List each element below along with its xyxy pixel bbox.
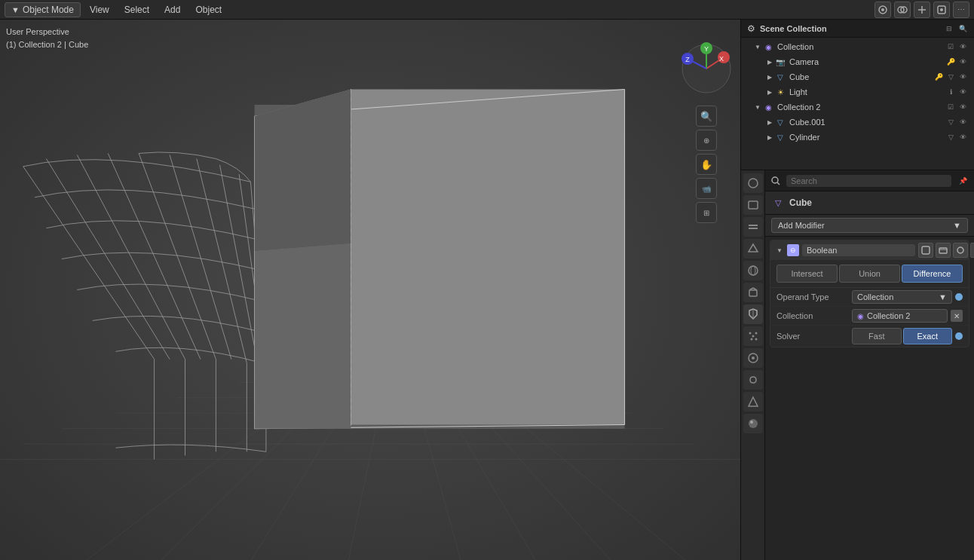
operand-type-dropdown[interactable]: Collection ▼	[852, 290, 952, 304]
expand-arrow[interactable]: ▶	[765, 133, 774, 142]
outliner-actions: ⊟ 🔍	[944, 23, 968, 34]
tree-item-collection2[interactable]: ▼ ◉ Collection 2 ☑ 👁	[741, 99, 974, 115]
modifier-viewport-icon[interactable]	[936, 243, 951, 258]
properties-panel: 📌 ▽ Cube Add Modifier ▼	[741, 170, 974, 560]
modifier-dropdown-icon[interactable]: ▼	[970, 243, 974, 258]
svg-marker-67	[749, 244, 758, 252]
menu-select[interactable]: Select	[118, 3, 155, 17]
properties-search-bar: 📌	[765, 170, 974, 191]
svg-marker-51	[255, 90, 351, 252]
collection2-eye-icon[interactable]: 👁	[957, 102, 968, 112]
viewport-3d[interactable]: User Perspective (1) Collection 2 | Cube	[0, 20, 740, 560]
cube001-filter-icon[interactable]: ▽	[945, 117, 956, 127]
pan-button[interactable]: ✋	[696, 154, 717, 175]
modifier-name-input[interactable]	[802, 244, 915, 256]
mesh-icon: ▽	[774, 71, 786, 83]
pin-icon[interactable]: 📌	[957, 176, 968, 186]
zoom-out-button[interactable]: ⊕	[696, 130, 717, 151]
more-options-icon[interactable]: ⋯	[953, 2, 969, 18]
modifier-expand-arrow[interactable]: ▼	[775, 246, 784, 255]
gizmo-icon[interactable]	[914, 2, 930, 18]
mode-icon: ▼	[11, 5, 20, 14]
tab-data[interactable]	[743, 392, 763, 412]
tree-item-cube001[interactable]: ▶ ▽ Cube.001 ▽ 👁	[741, 115, 974, 130]
cube-eye-icon[interactable]: 👁	[957, 72, 968, 82]
camera-button[interactable]: 📹	[696, 178, 717, 199]
camera-eye-icon[interactable]: 👁	[957, 57, 968, 67]
tree-item-light[interactable]: ▶ ☀ Light ℹ 👁	[741, 84, 974, 99]
tab-material[interactable]	[743, 414, 763, 433]
camera-key-icon[interactable]: 🔑	[945, 57, 956, 67]
tab-object[interactable]	[743, 283, 763, 302]
tree-item-cylinder[interactable]: ▶ ▽ Cylinder ▽ 👁	[741, 130, 974, 145]
menu-add[interactable]: Add	[158, 3, 186, 17]
outliner-filter-icon[interactable]: ⊟	[944, 23, 954, 34]
properties-search-input[interactable]	[786, 175, 951, 187]
collection-label: Collection	[777, 42, 945, 51]
menu-object[interactable]: Object	[189, 3, 228, 17]
tab-render[interactable]	[743, 173, 763, 193]
cylinder-eye-icon[interactable]: 👁	[957, 132, 968, 142]
outliner: ⚙ Scene Collection ⊟ 🔍 ▼ ◉ Collection ☑ …	[741, 20, 974, 170]
outliner-search-icon[interactable]: 🔍	[957, 23, 968, 34]
add-modifier-button[interactable]: Add Modifier ▼	[771, 218, 968, 233]
navigation-gizmo[interactable]: X Y Z	[680, 42, 733, 95]
collection-field[interactable]: ◉ Collection 2	[852, 309, 948, 323]
intersect-button[interactable]: Intersect	[776, 265, 838, 283]
overlay-icon[interactable]	[894, 2, 911, 18]
perspective-button[interactable]: ⊞	[696, 202, 717, 223]
collection2-checkbox-icon[interactable]: ☑	[945, 102, 956, 112]
tab-scene[interactable]	[743, 239, 763, 259]
eye-icon[interactable]: 👁	[957, 41, 968, 52]
zoom-in-button[interactable]: 🔍	[696, 106, 717, 127]
tab-modifier[interactable]	[743, 304, 763, 324]
modifier-edit-icon[interactable]	[953, 243, 968, 258]
active-object-icon: ▽	[771, 196, 785, 210]
difference-button[interactable]: Difference	[902, 265, 963, 283]
operand-type-value: Collection ▼	[852, 290, 963, 304]
outliner-tree: ▼ ◉ Collection ☑ 👁 ▶ 📷 Camera	[741, 38, 974, 146]
solver-label: Solver	[776, 332, 852, 341]
solver-exact-button[interactable]: Exact	[903, 328, 953, 344]
expand-arrow[interactable]: ▶	[765, 118, 774, 127]
cylinder-filter-icon[interactable]: ▽	[945, 132, 956, 142]
expand-arrow[interactable]: ▼	[753, 103, 762, 112]
modifier-render-icon[interactable]	[918, 243, 933, 258]
tab-output[interactable]	[743, 195, 763, 215]
cube-filter-icon[interactable]: ▽	[945, 72, 956, 82]
solver-fast-button[interactable]: Fast	[852, 328, 902, 344]
active-object-name: Cube	[789, 197, 812, 208]
light-eye-icon[interactable]: 👁	[957, 87, 968, 97]
tab-constraints[interactable]	[743, 370, 763, 390]
union-button[interactable]: Union	[839, 265, 900, 283]
svg-text:Y: Y	[704, 45, 709, 53]
svg-point-7	[940, 8, 943, 11]
expand-arrow[interactable]: ▶	[765, 72, 774, 81]
cube-actions: 🔑 ▽ 👁	[933, 72, 968, 82]
cube001-eye-icon[interactable]: 👁	[957, 117, 968, 127]
modifier-icon-group: ▼ ✕	[918, 243, 974, 258]
menu-view[interactable]: View	[84, 3, 115, 17]
render-mode-icon[interactable]	[933, 2, 950, 18]
light-info-icon[interactable]: ℹ	[945, 87, 956, 97]
expand-arrow[interactable]: ▶	[765, 57, 774, 66]
tab-view-layer[interactable]	[743, 217, 763, 237]
visibility-checkbox-icon[interactable]: ☑	[945, 41, 956, 52]
solver-dot	[955, 332, 963, 340]
expand-arrow[interactable]: ▼	[753, 42, 762, 51]
tree-item-camera[interactable]: ▶ 📷 Camera 🔑 👁	[741, 54, 974, 69]
tab-particles[interactable]	[743, 326, 763, 346]
properties-search-icon	[771, 176, 780, 185]
operand-type-selected: Collection	[857, 292, 893, 301]
tree-item-cube[interactable]: ▶ ▽ Cube 🔑 ▽ 👁	[741, 69, 974, 84]
tab-physics[interactable]	[743, 348, 763, 368]
expand-arrow[interactable]: ▶	[765, 87, 774, 96]
cube-key-icon[interactable]: 🔑	[933, 72, 944, 82]
collection-clear-button[interactable]: ✕	[951, 310, 963, 322]
modifier-type-icon: ⊖	[787, 244, 799, 256]
svg-point-76	[755, 332, 757, 335]
tab-world[interactable]	[743, 261, 763, 280]
tree-item-collection[interactable]: ▼ ◉ Collection ☑ 👁	[741, 39, 974, 54]
object-mode-button[interactable]: ▼ Object Mode	[5, 2, 81, 17]
viewport-shading-icon[interactable]	[874, 2, 891, 18]
